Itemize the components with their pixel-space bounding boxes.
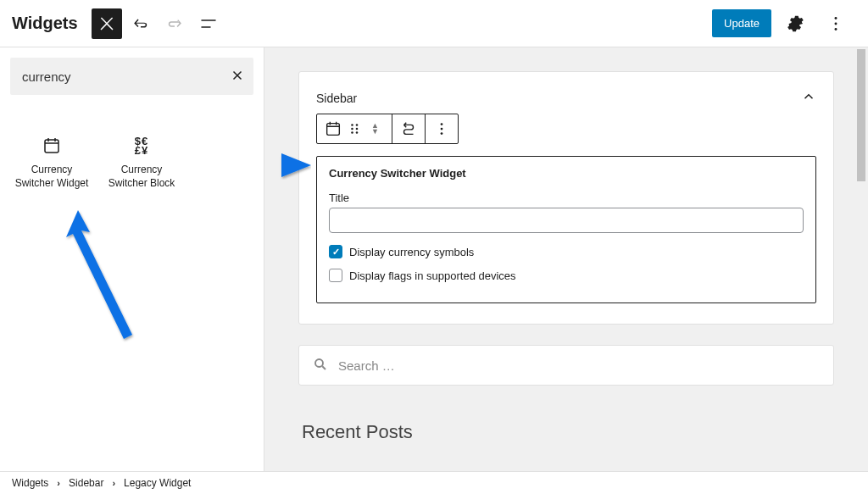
block-toolbar: ▲▼ <box>316 114 459 144</box>
svg-point-0 <box>835 17 837 19</box>
more-options-button[interactable] <box>819 7 853 41</box>
svg-point-14 <box>315 359 323 367</box>
close-inserter-button[interactable] <box>92 8 122 39</box>
block-currency-switcher-widget[interactable]: Currency Switcher Widget <box>12 129 92 195</box>
svg-point-7 <box>351 128 353 130</box>
scrollbar[interactable] <box>854 47 868 471</box>
search-placeholder[interactable]: Search … <box>338 358 395 373</box>
block-options-button[interactable] <box>425 114 458 143</box>
search-block: Search … <box>298 345 834 386</box>
option-display-symbols[interactable]: ✓ Display currency symbols <box>329 245 804 258</box>
calendar-icon <box>14 134 90 158</box>
block-currency-switcher-block[interactable]: $€£¥ Currency Switcher Block <box>102 129 181 195</box>
block-type-button[interactable]: ▲▼ <box>317 114 392 143</box>
breadcrumb: Widgets › Sidebar › Legacy Widget <box>0 471 868 494</box>
checkbox-unchecked-icon <box>329 269 342 282</box>
collapse-area-button[interactable] <box>801 89 816 107</box>
widget-title-input[interactable] <box>329 208 804 233</box>
svg-point-9 <box>351 131 353 134</box>
block-transform-button[interactable] <box>392 114 425 143</box>
svg-point-5 <box>351 124 353 126</box>
breadcrumb-item[interactable]: Legacy Widget <box>124 477 191 489</box>
svg-point-13 <box>441 132 443 135</box>
settings-button[interactable] <box>778 7 812 41</box>
svg-point-8 <box>356 128 359 130</box>
redo-button[interactable] <box>159 8 190 39</box>
block-inserter-panel: Currency Switcher Widget $€£¥ Currency S… <box>0 47 264 471</box>
widget-area-title: Sidebar <box>316 92 357 105</box>
page-title: Widgets <box>7 14 88 33</box>
svg-rect-3 <box>45 140 58 153</box>
block-search-input[interactable] <box>19 63 230 91</box>
breadcrumb-item[interactable]: Widgets <box>12 477 48 489</box>
option-display-flags[interactable]: Display flags in supported devices <box>329 269 804 282</box>
svg-rect-4 <box>327 124 340 136</box>
undo-button[interactable] <box>125 8 156 39</box>
currencies-icon: $€£¥ <box>103 134 180 158</box>
editor-canvas: Sidebar ▲▼ <box>264 47 868 471</box>
svg-point-11 <box>441 123 443 125</box>
sidebar-widget-area: Sidebar ▲▼ <box>298 71 834 325</box>
svg-point-10 <box>356 131 359 134</box>
title-label: Title <box>329 191 804 204</box>
top-toolbar: Widgets Update <box>0 0 868 47</box>
clear-search-icon[interactable] <box>230 68 245 86</box>
block-label: Currency Switcher Widget <box>14 163 90 190</box>
svg-point-12 <box>441 128 443 130</box>
widget-heading: Currency Switcher Widget <box>329 167 804 180</box>
svg-point-1 <box>835 22 837 25</box>
chevron-right-icon: › <box>57 478 60 488</box>
search-icon <box>313 357 328 375</box>
block-search <box>10 58 253 95</box>
svg-point-2 <box>835 27 837 30</box>
breadcrumb-item[interactable]: Sidebar <box>69 477 103 489</box>
svg-point-6 <box>356 124 359 126</box>
block-label: Currency Switcher Block <box>103 163 180 190</box>
block-mover[interactable]: ▲▼ <box>371 123 385 135</box>
legacy-widget-block: Currency Switcher Widget Title ✓ Display… <box>316 156 816 303</box>
update-button[interactable]: Update <box>712 9 771 37</box>
recent-posts-heading: Recent Posts <box>298 421 834 443</box>
list-view-button[interactable] <box>193 8 224 39</box>
chevron-right-icon: › <box>112 478 115 488</box>
checkbox-checked-icon: ✓ <box>329 245 342 258</box>
